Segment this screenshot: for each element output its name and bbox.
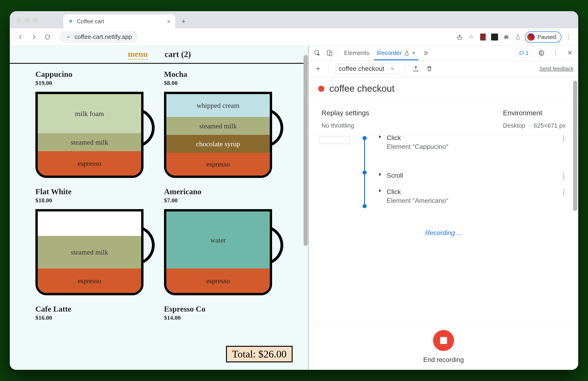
devtools-close-icon[interactable]: ✕	[565, 48, 575, 58]
flask-icon[interactable]	[513, 32, 523, 42]
product-card[interactable]: Cappucino$19.00espressosteamed milkmilk …	[35, 70, 161, 186]
stop-icon	[440, 337, 447, 344]
product-name: Cafe Latte	[35, 305, 161, 313]
product-name: Espresso Co	[164, 305, 290, 313]
recorder-steps: ClickElement "Cappucino" ⋮ Scroll ⋮ Clic…	[309, 136, 578, 323]
end-recording-section: End recording	[309, 323, 578, 370]
product-price: $14.00	[164, 314, 290, 321]
replay-settings-value[interactable]: No throttling	[321, 122, 369, 129]
reload-button[interactable]	[42, 31, 53, 43]
mug-layer: steamed milk	[38, 236, 141, 268]
recording-name: coffee checkout	[339, 65, 384, 72]
send-feedback-link[interactable]: Send feedback	[539, 66, 574, 72]
more-tabs-icon[interactable]	[420, 48, 431, 58]
bookmark-star-icon[interactable]: ☆	[467, 32, 476, 42]
mug-layer: espresso	[38, 151, 141, 176]
devtools-settings-icon[interactable]	[536, 48, 546, 58]
nav-cart[interactable]: cart (2)	[165, 49, 191, 59]
step-menu-icon[interactable]: ⋮	[560, 188, 567, 196]
traffic-lights	[16, 18, 38, 23]
mug-layer: milk foam	[38, 94, 141, 133]
minimize-window-icon[interactable]	[25, 18, 30, 23]
recorder-step[interactable]: ClickElement "Cappucino" ⋮	[378, 136, 568, 171]
profile-paused-chip[interactable]: Paused	[525, 31, 562, 43]
step-thumbnail[interactable]	[319, 137, 349, 144]
beaker-icon	[404, 50, 410, 56]
step-title: Scroll	[387, 172, 568, 179]
mug-layer: steamed milk	[166, 117, 270, 135]
chevron-down-icon	[66, 35, 71, 40]
browser-menu-icon[interactable]: ⋮	[564, 32, 573, 42]
extension-icon-1[interactable]	[478, 32, 488, 42]
product-card[interactable]: Mocha$8.00espressochocolate syrupsteamed…	[164, 70, 290, 186]
stop-recording-button[interactable]	[433, 330, 454, 351]
mug-layer: espresso	[166, 153, 270, 176]
export-recording-icon[interactable]	[411, 64, 420, 73]
mug-layer: espresso	[38, 268, 141, 293]
devtools-scrollbar[interactable]	[573, 80, 577, 211]
mug-illustration: espressosteamed milkmilk foam	[35, 92, 144, 178]
avatar-icon	[527, 33, 535, 41]
close-window-icon[interactable]	[16, 18, 21, 23]
close-tab-icon[interactable]: ×	[167, 18, 170, 25]
recorder-step[interactable]: ClickElement "Americano" ⋮	[378, 187, 568, 212]
tab-recorder[interactable]: Recorder ×	[374, 46, 418, 60]
product-card[interactable]: Americano$7.00espressowater	[164, 187, 290, 303]
step-menu-icon[interactable]: ⋮	[560, 136, 567, 142]
mug-illustration: espressosteamed milk	[35, 209, 144, 295]
total-chip[interactable]: Total: $26.00	[226, 346, 293, 362]
url-text: coffee-cart.netlify.app	[75, 33, 132, 40]
replay-settings-heading: Replay settings	[321, 109, 369, 117]
devtools-panel: Elements Recorder × 1 ⋮ ✕	[309, 46, 578, 370]
mug-layer: chocolate syrup	[166, 135, 270, 153]
address-bar: coffee-cart.netlify.app ☆ Paused ⋮	[10, 28, 578, 46]
timeline-rail	[361, 137, 369, 212]
product-price: $19.00	[35, 80, 161, 87]
url-field[interactable]: coffee-cart.netlify.app	[60, 31, 138, 43]
delete-recording-icon[interactable]	[425, 64, 434, 73]
product-card[interactable]: Cafe Latte$16.00	[35, 305, 161, 321]
product-card[interactable]: Flat White$18.00espressosteamed milk	[35, 187, 161, 303]
step-subtitle: Element "Cappucino"	[387, 143, 568, 150]
forward-button[interactable]	[28, 31, 40, 43]
step-menu-icon[interactable]: ⋮	[560, 172, 567, 180]
browser-tab[interactable]: ▼ Coffee cart ×	[63, 14, 175, 28]
environment-heading: Environment	[503, 109, 566, 117]
back-button[interactable]	[15, 31, 26, 43]
recorder-step[interactable]: Scroll ⋮	[378, 171, 568, 187]
recording-selector[interactable]: coffee checkout	[335, 63, 399, 74]
product-price: $18.00	[35, 197, 161, 204]
page-viewport: menu cart (2) Cappucino$19.00espressoste…	[10, 46, 309, 370]
mug-layer: espresso	[166, 268, 270, 293]
recorder-title-text: coffee checkout	[329, 83, 394, 94]
product-price: $16.00	[35, 314, 161, 321]
svg-rect-3	[329, 52, 332, 56]
step-subtitle: Element "Americano"	[387, 197, 568, 204]
device-toggle-icon[interactable]	[324, 48, 335, 58]
new-recording-button[interactable]	[314, 64, 322, 73]
nav-menu[interactable]: menu	[128, 49, 148, 60]
zoom-window-icon[interactable]	[33, 18, 38, 23]
chevron-down-icon	[390, 66, 395, 71]
product-name: Cappucino	[35, 70, 161, 79]
product-name: Mocha	[164, 70, 290, 79]
tab-elements[interactable]: Elements	[341, 46, 372, 60]
product-name: Americano	[164, 187, 290, 196]
mug-layer: water	[166, 211, 270, 268]
page-scrollbar[interactable]	[304, 55, 308, 246]
console-messages-chip[interactable]: 1	[516, 49, 532, 58]
recording-indicator-icon	[318, 86, 324, 92]
browser-window: ▼ Coffee cart × + coffee-cart.netlify.ap…	[10, 11, 578, 370]
recording-status: Recording ...	[319, 229, 568, 237]
inspect-icon[interactable]	[312, 48, 322, 58]
mug-layer: steamed milk	[38, 133, 141, 151]
extensions-puzzle-icon[interactable]	[502, 32, 511, 42]
close-recorder-tab-icon[interactable]: ×	[412, 49, 415, 57]
paused-label: Paused	[537, 34, 556, 40]
new-tab-button[interactable]: +	[178, 16, 189, 27]
extension-icon-2[interactable]	[490, 32, 499, 42]
share-icon[interactable]	[455, 32, 464, 42]
env-size: 625×671 px	[534, 122, 566, 129]
devtools-menu-icon[interactable]: ⋮	[550, 48, 561, 58]
product-card[interactable]: Espresso Co$14.00	[164, 305, 290, 321]
